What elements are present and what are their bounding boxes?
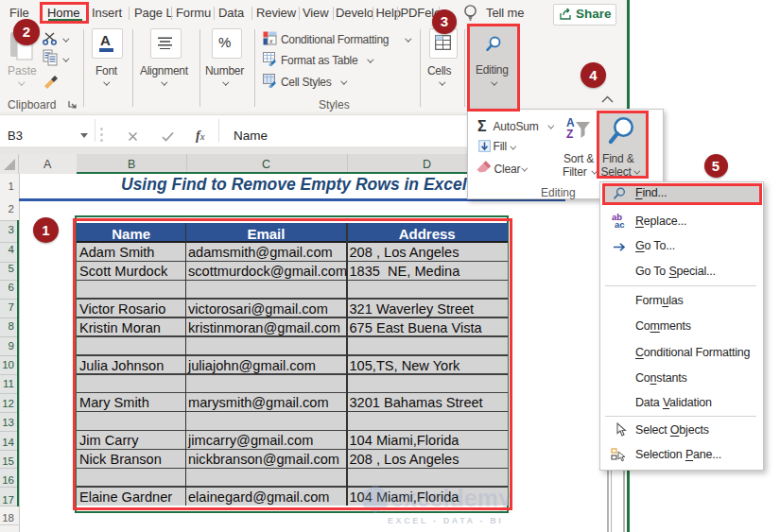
svg-text:x: x [269,38,273,44]
